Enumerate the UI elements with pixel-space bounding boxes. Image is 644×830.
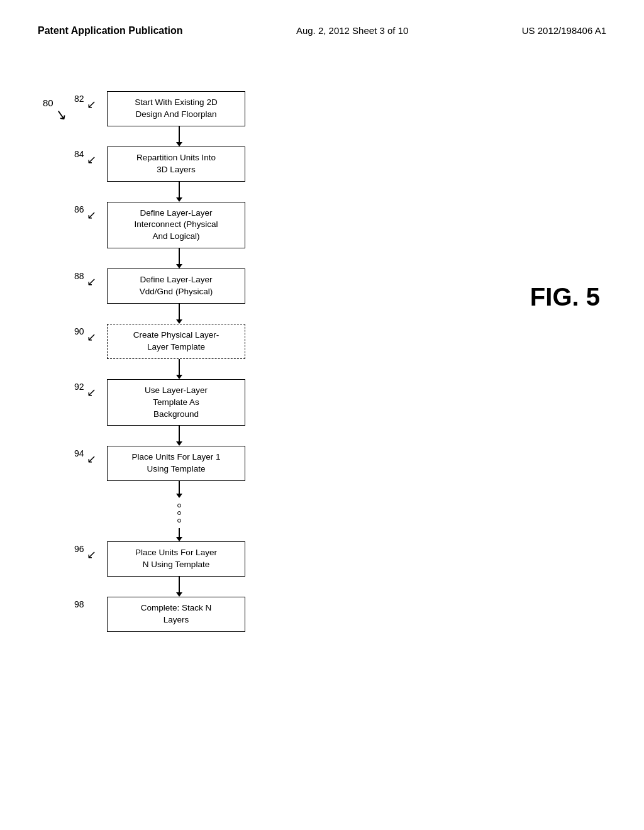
- curve-84: ↙: [87, 153, 96, 167]
- ref-90: 90: [74, 326, 84, 336]
- ref-96: 96: [74, 544, 84, 554]
- arrow-4: [110, 304, 248, 324]
- box-90: Create Physical Layer-Layer Template: [107, 324, 245, 359]
- publication-label: Patent Application Publication: [38, 25, 183, 36]
- arrow-1: [110, 126, 248, 147]
- curve-86: ↙: [87, 208, 96, 222]
- box-86: Define Layer-LayerInterconnect (Physical…: [107, 202, 245, 249]
- date-sheet-label: Aug. 2, 2012 Sheet 3 of 10: [296, 25, 408, 36]
- arrow-7: [110, 577, 248, 597]
- dot-2: [177, 511, 181, 515]
- arrow-6: [110, 426, 248, 446]
- patent-number-label: US 2012/198406 A1: [522, 25, 606, 36]
- fig-label: FIG. 5: [530, 283, 600, 311]
- ref-88: 88: [74, 271, 84, 281]
- ref-80-arrow: ↘: [54, 106, 68, 124]
- ellipsis-dots: [177, 498, 181, 528]
- ref-80: 80: [43, 97, 53, 108]
- arrow-dots: [110, 481, 248, 541]
- ref-98: 98: [74, 599, 84, 609]
- box-82: Start With Existing 2DDesign And Floorpl…: [107, 91, 245, 126]
- box-90-container: 90 ↙ Create Physical Layer-Layer Templat…: [107, 324, 252, 359]
- dot-1: [177, 504, 181, 507]
- box-86-container: 86 ↙ Define Layer-LayerInterconnect (Phy…: [107, 202, 252, 249]
- dot-3: [177, 519, 181, 523]
- box-84: Repartition Units Into3D Layers: [107, 147, 245, 182]
- ref-94: 94: [74, 448, 84, 458]
- flowchart: 82 ↙ Start With Existing 2DDesign And Fl…: [107, 91, 252, 632]
- flow-row: 82 ↙ Start With Existing 2DDesign And Fl…: [107, 91, 252, 632]
- arrow-3: [110, 248, 248, 268]
- curve-96: ↙: [87, 548, 96, 562]
- curve-82: ↙: [87, 97, 96, 111]
- box-92-container: 92 ↙ Use Layer-LayerTemplate AsBackgroun…: [107, 379, 252, 426]
- curve-92: ↙: [87, 385, 96, 399]
- arrow-2: [110, 182, 248, 202]
- curve-94: ↙: [87, 452, 96, 466]
- box-82-container: 82 ↙ Start With Existing 2DDesign And Fl…: [107, 91, 252, 126]
- box-88-container: 88 ↙ Define Layer-LayerVdd/Gnd (Physical…: [107, 268, 252, 304]
- ref-84: 84: [74, 149, 84, 159]
- box-96: Place Units For LayerN Using Template: [107, 541, 245, 577]
- box-98: Complete: Stack NLayers: [107, 597, 245, 632]
- curve-88: ↙: [87, 275, 96, 289]
- box-98-container: 98 Complete: Stack NLayers: [107, 597, 252, 632]
- ref-92: 92: [74, 382, 84, 392]
- ref-82: 82: [74, 94, 84, 104]
- box-84-container: 84 ↙ Repartition Units Into3D Layers: [107, 147, 252, 182]
- box-88: Define Layer-LayerVdd/Gnd (Physical): [107, 268, 245, 304]
- box-96-container: 96 ↙ Place Units For LayerN Using Templa…: [107, 541, 252, 577]
- box-94-container: 94 ↙ Place Units For Layer 1Using Templa…: [107, 446, 252, 481]
- ref-86: 86: [74, 204, 84, 214]
- box-92: Use Layer-LayerTemplate AsBackground: [107, 379, 245, 426]
- header: Patent Application Publication Aug. 2, 2…: [0, 25, 644, 36]
- arrow-5: [110, 359, 248, 379]
- box-94: Place Units For Layer 1Using Template: [107, 446, 245, 481]
- curve-90: ↙: [87, 330, 96, 344]
